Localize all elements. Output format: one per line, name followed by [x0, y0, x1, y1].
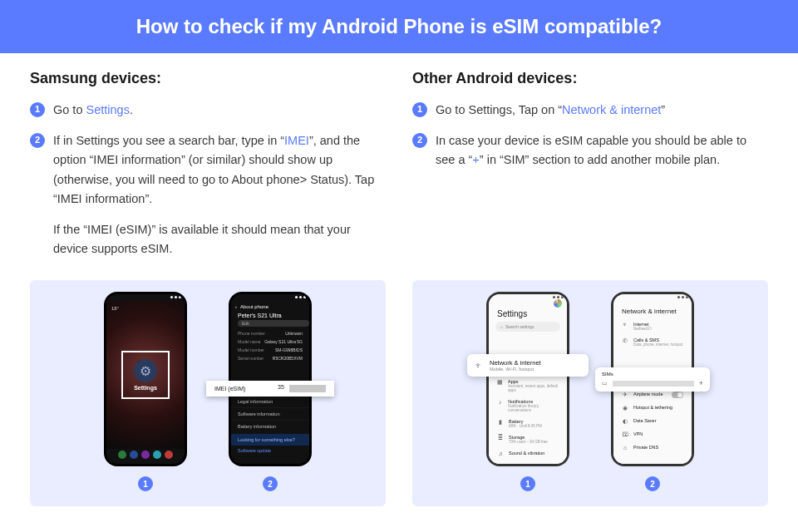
caption-badge: 1 [520, 476, 535, 491]
list-item: ▮Battery68% · Until 8:45 PM [489, 416, 567, 431]
about-header: ‹ About phone [231, 301, 309, 313]
phone-mock: Network & internet ᯤInternetNetfreeGO ✆C… [611, 292, 694, 466]
page-title: How to check if my Android Phone is eSIM… [136, 15, 663, 37]
list-item: ♬Sound & vibration [489, 447, 567, 461]
imei-label: IMEI (eSIM) [214, 386, 245, 392]
list-item: ⚿VPN [613, 428, 692, 441]
step-number-badge: 1 [412, 102, 427, 117]
home-screen: 18° ⚙ Settings [106, 301, 185, 449]
phone-icon: ✆ [622, 337, 628, 344]
list-item: ≣Storage73% used – 34 GB free [489, 431, 567, 447]
settings-highlight: ⚙ Settings [121, 351, 170, 399]
status-bar [231, 294, 309, 301]
storage-icon: ≣ [497, 435, 504, 441]
airplane-icon: ✈ [622, 392, 628, 398]
caption-badge: 1 [138, 476, 153, 491]
imei-value-masked [289, 385, 326, 392]
plus-icon: + [699, 379, 703, 387]
table-row: Phone numberUnknown [231, 329, 309, 337]
other-shot-2: Network & internet ᯤInternetNetfreeGO ✆C… [611, 292, 694, 491]
list-item: ◐Data Saver [613, 415, 692, 428]
other-step-2: 2 In case your device is eSIM capable yo… [412, 131, 768, 170]
status-bar [106, 294, 185, 301]
step-text: If in Settings you see a search bar, typ… [53, 131, 386, 259]
imei-callout: IMEI (eSIM) [206, 381, 334, 397]
bell-icon: ♪ [497, 399, 503, 406]
settings-link[interactable]: Settings [86, 103, 130, 116]
list-item: ⌂Private DNS [613, 441, 692, 455]
battery-icon: ▮ [497, 419, 504, 426]
ni-title: Network & internet [613, 301, 692, 318]
table-row: Model numberSM-G998B/DS [231, 346, 309, 354]
other-gallery: Settings ⌕Search settings ⊞Connected dev… [412, 280, 768, 506]
samsung-column: Samsung devices: 1 Go to Settings. 2 If … [30, 70, 386, 270]
other-title: Other Android devices: [412, 70, 768, 87]
other-shot-1: Settings ⌕Search settings ⊞Connected dev… [486, 292, 569, 491]
step-text: In case your device is eSIM capable you … [436, 131, 768, 170]
plus-link[interactable]: + [472, 153, 479, 166]
status-bar [613, 294, 692, 301]
sims-callout: SIMs ▭ + [595, 367, 710, 392]
imei-link[interactable]: IMEI [284, 134, 309, 147]
samsung-step-1: 1 Go to Settings. [30, 101, 386, 120]
edit-button: Edit [238, 320, 309, 327]
caption-badge: 2 [645, 476, 660, 491]
page-header: How to check if my Android Phone is eSIM… [0, 0, 798, 53]
step-extra-text: If the “IMEI (eSIM)” is available it sho… [53, 220, 386, 259]
back-icon: ‹ [235, 304, 237, 309]
software-update: Software update [231, 446, 309, 456]
samsung-shot-1: 18° ⚙ Settings 1 [104, 292, 187, 491]
list-item: ✆Calls & SMSData, phone, internet, hotsp… [613, 334, 692, 350]
step-number-badge: 1 [30, 102, 45, 117]
gallery-row: 18° ⚙ Settings 1 ‹ About phone [0, 270, 798, 506]
other-column: Other Android devices: 1 Go to Settings,… [412, 70, 768, 270]
samsung-shot-2: ‹ About phone Peter's S21 Ultra Edit Pho… [229, 292, 312, 491]
list-item: ▦AppsAssistant, recent apps, default app… [489, 376, 567, 396]
wifi-icon: ᯤ [622, 322, 628, 328]
network-internet-callout: ᯤ Network & internet Mobile, Wi-Fi, hots… [467, 354, 589, 377]
phone-mock: ‹ About phone Peter's S21 Ultra Edit Pho… [229, 292, 312, 466]
phone-mock: Settings ⌕Search settings ⊞Connected dev… [486, 292, 569, 466]
caption-badge: 2 [263, 476, 278, 491]
looking-banner: Looking for something else? [231, 434, 309, 446]
step-number-badge: 2 [412, 133, 427, 148]
network-internet-link[interactable]: Network & internet [562, 103, 661, 116]
samsung-gallery: 18° ⚙ Settings 1 ‹ About phone [30, 280, 386, 506]
callout-text: Network & internet Mobile, Wi-Fi, hotspo… [490, 359, 541, 372]
dns-icon: ⌂ [622, 445, 628, 451]
hotspot-icon: ◉ [622, 405, 628, 411]
list-item: Software information [231, 407, 309, 420]
list-item: ♪NotificationsNotification history, conv… [489, 396, 567, 416]
vpn-icon: ⚿ [622, 431, 628, 438]
device-name: Peter's S21 Ultra [231, 313, 309, 320]
step-text: Go to Settings. [53, 101, 386, 120]
search-input: ⌕Search settings [495, 322, 560, 332]
list-item: Battery information [231, 420, 309, 432]
sim-carrier-masked [613, 381, 694, 387]
table-row: Model nameGalaxy S21 Ultra 5G [231, 337, 309, 346]
toggle [672, 392, 683, 398]
step-text: Go to Settings, Tap on “Network & intern… [436, 101, 768, 120]
step-number-badge: 2 [30, 133, 45, 148]
list-item: Legal information [231, 395, 309, 407]
other-step-1: 1 Go to Settings, Tap on “Network & inte… [412, 101, 768, 120]
instruction-columns: Samsung devices: 1 Go to Settings. 2 If … [0, 53, 798, 270]
phone-mock: 18° ⚙ Settings [104, 292, 187, 466]
sound-icon: ♬ [497, 451, 504, 457]
datasaver-icon: ◐ [622, 418, 628, 425]
settings-label: Settings [134, 385, 157, 391]
list-item: ◉Hotspot & tethering [613, 401, 692, 415]
sim-icon: ▭ [602, 380, 608, 387]
table-row: Serial numberR5CR20B5XVM [231, 354, 309, 362]
samsung-step-2: 2 If in Settings you see a search bar, t… [30, 131, 386, 259]
weather-widget: 18° [111, 306, 119, 311]
list-item: ᯤInternetNetfreeGO [613, 318, 692, 334]
sims-label: SIMs [602, 372, 703, 377]
search-icon: ⌕ [500, 324, 503, 329]
apps-icon: ▦ [497, 379, 503, 386]
dock [106, 449, 185, 464]
wifi-icon: ᯤ [475, 362, 483, 370]
samsung-title: Samsung devices: [30, 70, 386, 87]
gear-icon: ⚙ [134, 359, 157, 382]
